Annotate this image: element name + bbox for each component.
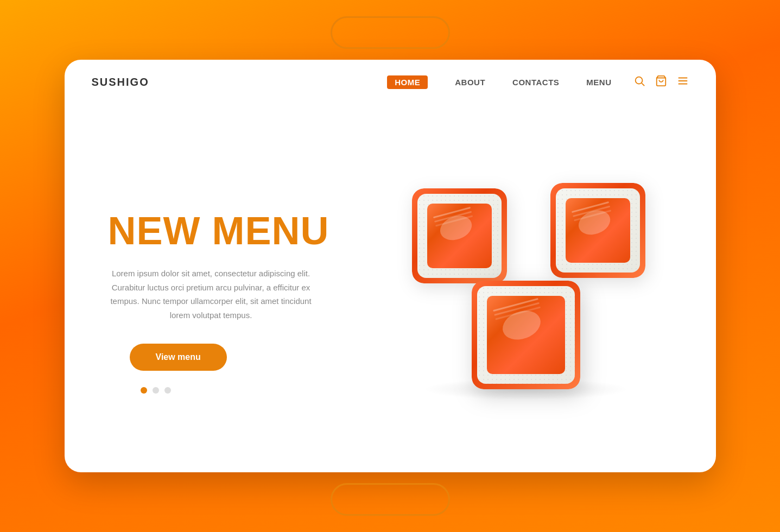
nav-about[interactable]: ABOUT [455,78,485,87]
svg-line-1 [642,83,644,86]
top-decoration [331,16,450,49]
dot-3[interactable] [164,387,171,394]
sushi-roll-2 [550,183,645,278]
nav-home[interactable]: HOME [387,75,428,89]
hero-description: Lorem ipsum dolor sit amet, consectetur … [108,267,314,322]
nav-icons [633,75,689,89]
hamburger-icon[interactable] [677,75,689,89]
main-card: SUSHIGO HOME ABOUT CONTACTS MENU [65,60,716,472]
sushi-illustration [369,126,683,468]
carousel-dots [141,387,369,394]
view-menu-button[interactable]: View menu [130,344,227,371]
main-content: NEW MENU Lorem ipsum dolor sit amet, con… [65,104,716,468]
sushi-roll-1 [412,188,507,283]
sushi-rolls-group [396,183,656,411]
nav-menu[interactable]: MENU [586,78,611,87]
svg-point-0 [635,77,642,84]
left-content: NEW MENU Lorem ipsum dolor sit amet, con… [108,200,369,394]
navbar: SUSHIGO HOME ABOUT CONTACTS MENU [65,60,716,104]
sushi-roll-3 [472,281,580,389]
nav-links: HOME ABOUT CONTACTS MENU [387,75,611,89]
dot-2[interactable] [153,387,159,394]
nav-contacts[interactable]: CONTACTS [512,78,559,87]
logo: SUSHIGO [92,76,149,88]
cart-icon[interactable] [655,75,667,89]
hero-title: NEW MENU [108,211,369,250]
dot-1[interactable] [141,387,147,394]
search-icon[interactable] [633,75,645,89]
bottom-decoration [331,483,450,516]
page-background: SUSHIGO HOME ABOUT CONTACTS MENU [0,0,780,532]
